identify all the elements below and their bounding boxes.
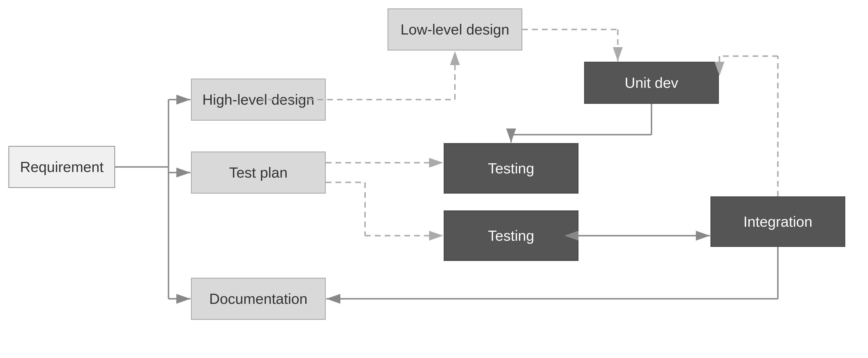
testing2-box: Testing bbox=[444, 210, 579, 261]
low-level-design-box: Low-level design bbox=[388, 8, 522, 51]
documentation-box: Documentation bbox=[191, 278, 326, 320]
requirement-box: Requirement bbox=[8, 146, 115, 188]
diagram: Requirement High-level design Test plan … bbox=[0, 0, 868, 358]
unit-dev-box: Unit dev bbox=[584, 62, 719, 104]
integration-box: Integration bbox=[710, 196, 845, 247]
test-plan-box: Test plan bbox=[191, 152, 326, 194]
arrows-svg bbox=[0, 0, 868, 358]
testing1-box: Testing bbox=[444, 143, 579, 194]
high-level-design-box: High-level design bbox=[191, 78, 326, 121]
